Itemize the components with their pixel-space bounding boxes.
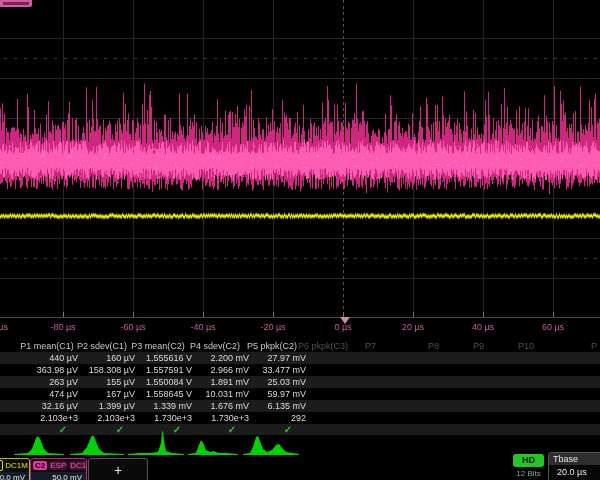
measurement-value: 160 µV bbox=[106, 352, 135, 364]
measurement-value: 1.550084 V bbox=[146, 376, 192, 388]
channel1-coupling: DC1M bbox=[5, 461, 28, 470]
channel2-descriptor[interactable]: C2 ESP DC1M 50.0 mV bbox=[30, 458, 87, 480]
plus-icon: + bbox=[89, 459, 147, 480]
bit-resolution-label: 12 Bits bbox=[513, 469, 544, 478]
channel1-descriptor[interactable]: C1 DC1M 10.0 mV bbox=[0, 458, 30, 480]
time-axis-label: -100 µs bbox=[0, 322, 8, 332]
time-axis-label: -20 µs bbox=[260, 322, 285, 332]
measurement-header-unused[interactable]: P9 bbox=[473, 340, 484, 352]
table-row: 32.16 µV1.399 µV1.339 mV1.676 mV6.135 mV bbox=[0, 400, 600, 412]
measurement-value: 6.135 mV bbox=[267, 400, 306, 412]
time-axis-label: -40 µs bbox=[190, 322, 215, 332]
waveform-canvas[interactable] bbox=[0, 0, 600, 318]
histicon-p2 bbox=[70, 435, 124, 455]
measurement-table: P1 mean(C1)P2 sdev(C1)P3 mean(C2)P4 sdev… bbox=[0, 340, 600, 435]
measurement-value: 1.339 mV bbox=[153, 400, 192, 412]
histicon-p1 bbox=[14, 436, 64, 455]
measurement-header-p1[interactable]: P1 mean(C1) bbox=[20, 340, 74, 352]
measurement-header-unused[interactable]: P8 bbox=[428, 340, 439, 352]
measurement-value: 27.97 mV bbox=[267, 352, 306, 364]
measurement-value: 263 µV bbox=[49, 376, 78, 388]
channel1-label: C1 bbox=[0, 460, 3, 471]
measurement-header-p3[interactable]: P3 mean(C2) bbox=[131, 340, 185, 352]
measurement-value: 1.730e+3 bbox=[154, 412, 192, 424]
measurement-value: 33.477 mV bbox=[262, 364, 306, 376]
time-axis: -100 µs-80 µs-60 µs-40 µs-20 µs0 µs20 µs… bbox=[0, 318, 600, 338]
measurement-value: 292 bbox=[291, 412, 306, 424]
add-trace-box[interactable]: + bbox=[88, 458, 148, 480]
table-row: 440 µV160 µV1.555616 V2.200 mV27.97 mV bbox=[0, 352, 600, 364]
measurement-value: 25.03 mV bbox=[267, 376, 306, 388]
measurement-value: 32.16 µV bbox=[42, 400, 78, 412]
cropped-trace-label bbox=[0, 0, 32, 7]
timebase-title: Tbase bbox=[549, 453, 600, 465]
time-axis-label: -80 µs bbox=[50, 322, 75, 332]
measurement-value: 1.676 mV bbox=[210, 400, 249, 412]
table-row: 2.103e+32.103e+31.730e+31.730e+3292 bbox=[0, 412, 600, 424]
measurement-header-p2[interactable]: P2 sdev(C1) bbox=[77, 340, 127, 352]
histicon-p5 bbox=[243, 436, 299, 455]
hd-mode-badge[interactable]: HD bbox=[513, 454, 544, 467]
measurement-value: 2.103e+3 bbox=[40, 412, 78, 424]
table-row: P1 mean(C1)P2 sdev(C1)P3 mean(C2)P4 sdev… bbox=[0, 340, 600, 352]
measurement-value: 167 µV bbox=[106, 388, 135, 400]
measurement-value: 363.98 µV bbox=[37, 364, 78, 376]
oscilloscope-screen: -100 µs-80 µs-60 µs-40 µs-20 µs0 µs20 µs… bbox=[0, 0, 600, 480]
timebase-value: 20.0 µs bbox=[549, 465, 600, 479]
table-row: 363.98 µV158.308 µV1.557591 V2.966 mV33.… bbox=[0, 364, 600, 376]
measurement-value: 10.031 mV bbox=[205, 388, 249, 400]
channel2-label: C2 bbox=[33, 461, 47, 470]
table-row: 263 µV155 µV1.550084 V1.891 mV25.03 mV bbox=[0, 376, 600, 388]
measurement-value: 440 µV bbox=[49, 352, 78, 364]
channel2-coupling: DC1M bbox=[69, 461, 87, 470]
time-axis-label: 40 µs bbox=[472, 322, 494, 332]
measurement-header-unused[interactable]: P7 bbox=[365, 340, 376, 352]
measurement-value: 59.97 mV bbox=[267, 388, 306, 400]
measurement-header-p4[interactable]: P4 sdev(C2) bbox=[190, 340, 240, 352]
time-axis-label: 20 µs bbox=[402, 322, 424, 332]
descriptor-bar: C1 DC1M 10.0 mV C2 ESP DC1M 50.0 mV + HD… bbox=[0, 458, 600, 480]
time-axis-label: -60 µs bbox=[120, 322, 145, 332]
measurement-header-unused[interactable]: P10 bbox=[518, 340, 534, 352]
measurement-header-p5[interactable]: P5 pkpk(C2) bbox=[247, 340, 297, 352]
time-axis-label: 60 µs bbox=[542, 322, 564, 332]
channel2-badge-esp: ESP bbox=[49, 461, 67, 470]
measurement-value: 1.730e+3 bbox=[211, 412, 249, 424]
measurement-header-unused[interactable]: P6 pkpk(C3) bbox=[298, 340, 348, 352]
channel2-scale: 50.0 mV bbox=[31, 472, 86, 480]
histicon-p4 bbox=[188, 440, 238, 455]
measurement-value: 1.557591 V bbox=[146, 364, 192, 376]
histicon-p3 bbox=[128, 431, 184, 455]
measurement-value: 158.308 µV bbox=[89, 364, 135, 376]
channel1-scale: 10.0 mV bbox=[0, 472, 29, 480]
measurement-value: 2.103e+3 bbox=[97, 412, 135, 424]
measurement-value: 2.200 mV bbox=[210, 352, 249, 364]
measurement-value: 474 µV bbox=[49, 388, 78, 400]
measurement-value: 2.966 mV bbox=[210, 364, 249, 376]
waveform-grid[interactable] bbox=[0, 0, 600, 318]
measurement-value: 1.399 µV bbox=[99, 400, 135, 412]
measurement-value: 155 µV bbox=[106, 376, 135, 388]
table-row: 474 µV167 µV1.558645 V10.031 mV59.97 mV bbox=[0, 388, 600, 400]
measurement-histicons bbox=[0, 431, 600, 458]
measurement-value: 1.891 mV bbox=[210, 376, 249, 388]
timebase-descriptor[interactable]: Tbase 20.0 µs bbox=[548, 452, 600, 480]
measurement-value: 1.555616 V bbox=[146, 352, 192, 364]
time-axis-label: 0 µs bbox=[334, 322, 351, 332]
measurement-value: 1.558645 V bbox=[146, 388, 192, 400]
measurement-header-unused[interactable]: P bbox=[591, 340, 597, 352]
